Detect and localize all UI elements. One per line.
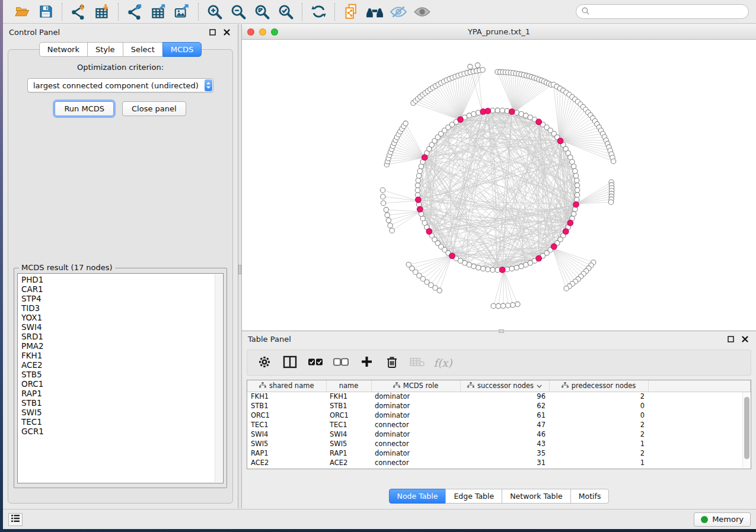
cell-shared-name[interactable]: ACE2 — [247, 458, 326, 467]
cell-MCDS-role[interactable]: connector — [371, 467, 460, 469]
cell-successor-nodes[interactable]: 43 — [460, 439, 549, 448]
network-canvas[interactable] — [242, 40, 756, 331]
show-panels-button[interactable] — [8, 513, 23, 526]
table-row[interactable]: STB1STB1dominator620 — [247, 401, 751, 411]
cell-name[interactable]: SWI5 — [326, 439, 371, 448]
table-row[interactable]: ORC1ORC1dominator610 — [247, 411, 751, 420]
cell-MCDS-role[interactable]: dominator — [371, 392, 460, 401]
duplicate-network-button[interactable] — [339, 2, 363, 22]
cell-shared-name[interactable]: SWI4 — [247, 430, 326, 439]
mcds-result-item[interactable]: PMA2 — [21, 341, 213, 351]
cell-successor-nodes[interactable]: 61 — [460, 411, 549, 420]
select-all-rows-button[interactable] — [305, 352, 326, 373]
import-table-button[interactable] — [90, 2, 114, 22]
export-table-button[interactable] — [146, 2, 170, 22]
delete-column-button[interactable] — [382, 352, 402, 373]
close-panel-button[interactable]: Close panel — [122, 101, 186, 116]
mcds-result-item[interactable]: TID3 — [21, 303, 213, 313]
column-header-name[interactable]: name — [326, 380, 371, 392]
mcds-result-item[interactable]: GCR1 — [21, 427, 213, 436]
table-settings-button[interactable] — [254, 352, 275, 373]
cell-shared-name[interactable]: ORC1 — [247, 411, 326, 420]
table-row[interactable]: YOX1YOX1connector291 — [247, 467, 751, 469]
refresh-button[interactable] — [307, 2, 330, 22]
tab-edge-table[interactable]: Edge Table — [445, 489, 502, 504]
cell-predecessor-nodes[interactable]: 2 — [549, 430, 648, 439]
cell-name[interactable]: SWI4 — [326, 430, 371, 439]
zoom-fit-button[interactable] — [250, 2, 274, 22]
splitter-grip-horizontal[interactable] — [499, 329, 504, 333]
cell-successor-nodes[interactable]: 47 — [460, 420, 549, 430]
mcds-result-item[interactable]: RAP1 — [21, 389, 213, 398]
cell-predecessor-nodes[interactable]: 2 — [549, 420, 648, 430]
float-table-panel-icon[interactable] — [725, 334, 736, 344]
cell-successor-nodes[interactable]: 31 — [460, 458, 549, 467]
zoom-selected-button[interactable] — [274, 2, 298, 22]
table-row[interactable]: TEC1TEC1connector472 — [247, 420, 751, 430]
cell-name[interactable]: TEC1 — [326, 420, 371, 430]
table-row[interactable]: SWI5SWI5connector431 — [247, 439, 751, 448]
cell-name[interactable]: FKH1 — [326, 392, 371, 401]
mcds-result-item[interactable]: YOX1 — [21, 313, 213, 322]
mcds-result-item[interactable]: SWI5 — [21, 408, 213, 417]
cell-predecessor-nodes[interactable]: 0 — [549, 411, 648, 420]
cell-successor-nodes[interactable]: 35 — [460, 448, 549, 458]
tab-select[interactable]: Select — [123, 42, 163, 57]
close-table-panel-icon[interactable] — [739, 334, 750, 344]
cell-predecessor-nodes[interactable]: 0 — [549, 401, 648, 411]
table-row[interactable]: SWI4SWI4dominator462 — [247, 430, 751, 439]
cell-shared-name[interactable]: TEC1 — [247, 420, 326, 430]
mcds-result-scrollbar[interactable] — [215, 274, 222, 482]
hide-selected-button[interactable] — [387, 2, 410, 22]
table-scrollbar[interactable] — [742, 392, 750, 468]
cell-shared-name[interactable]: YOX1 — [247, 467, 326, 469]
cell-shared-name[interactable]: FKH1 — [247, 392, 326, 401]
cell-predecessor-nodes[interactable]: 2 — [549, 448, 648, 458]
add-column-button[interactable] — [356, 352, 377, 373]
network-window-titlebar[interactable]: YPA_prune.txt_1 — [242, 24, 756, 40]
first-neighbors-button[interactable] — [363, 2, 387, 22]
search-input[interactable] — [593, 8, 743, 16]
cell-MCDS-role[interactable]: connector — [371, 420, 460, 430]
cell-MCDS-role[interactable]: dominator — [371, 448, 460, 458]
mcds-result-item[interactable]: SRD1 — [21, 332, 213, 341]
tab-mcds[interactable]: MCDS — [162, 42, 202, 57]
cell-MCDS-role[interactable]: dominator — [371, 401, 460, 411]
network-graph[interactable] — [242, 40, 756, 331]
cell-successor-nodes[interactable]: 62 — [460, 401, 549, 411]
column-header-successor-nodes[interactable]: successor nodes — [460, 380, 549, 392]
tab-motifs[interactable]: Motifs — [570, 489, 610, 504]
cell-shared-name[interactable]: STB1 — [247, 401, 326, 411]
cell-shared-name[interactable]: RAP1 — [247, 448, 326, 458]
cell-MCDS-role[interactable]: dominator — [371, 411, 460, 420]
import-network-button[interactable] — [66, 2, 90, 22]
mcds-result-item[interactable]: STP4 — [21, 294, 213, 303]
float-window-icon[interactable] — [207, 27, 218, 37]
mcds-result-item[interactable]: STB1 — [21, 398, 213, 408]
table-row[interactable]: RAP1RAP1dominator352 — [247, 448, 751, 458]
column-header-shared-name[interactable]: shared name — [247, 380, 326, 392]
cell-MCDS-role[interactable]: connector — [371, 458, 460, 467]
zoom-in-button[interactable] — [203, 2, 227, 22]
column-header-predecessor-nodes[interactable]: predecessor nodes — [549, 380, 648, 392]
cell-successor-nodes[interactable]: 29 — [460, 467, 549, 469]
cell-shared-name[interactable]: SWI5 — [247, 439, 326, 448]
cell-name[interactable]: RAP1 — [326, 448, 371, 458]
cell-name[interactable]: STB1 — [326, 401, 371, 411]
close-panel-icon[interactable] — [221, 27, 232, 37]
cell-predecessor-nodes[interactable]: 1 — [549, 458, 648, 467]
zoom-out-button[interactable] — [227, 2, 250, 22]
mcds-result-item[interactable]: FKH1 — [21, 351, 213, 360]
cell-name[interactable]: ORC1 — [326, 411, 371, 420]
mcds-result-item[interactable]: STB5 — [21, 370, 213, 379]
tab-network-table[interactable]: Network Table — [502, 489, 571, 504]
cell-predecessor-nodes[interactable]: 1 — [549, 439, 648, 448]
save-session-button[interactable] — [34, 2, 58, 22]
cell-MCDS-role[interactable]: dominator — [371, 430, 460, 439]
show-all-button[interactable] — [410, 2, 434, 22]
open-file-button[interactable] — [10, 2, 34, 22]
deselect-all-rows-button[interactable] — [331, 352, 351, 373]
mcds-result-item[interactable]: SWI4 — [21, 322, 213, 332]
cell-MCDS-role[interactable]: connector — [371, 439, 460, 448]
table-row[interactable]: FKH1FKH1dominator962 — [247, 392, 751, 401]
